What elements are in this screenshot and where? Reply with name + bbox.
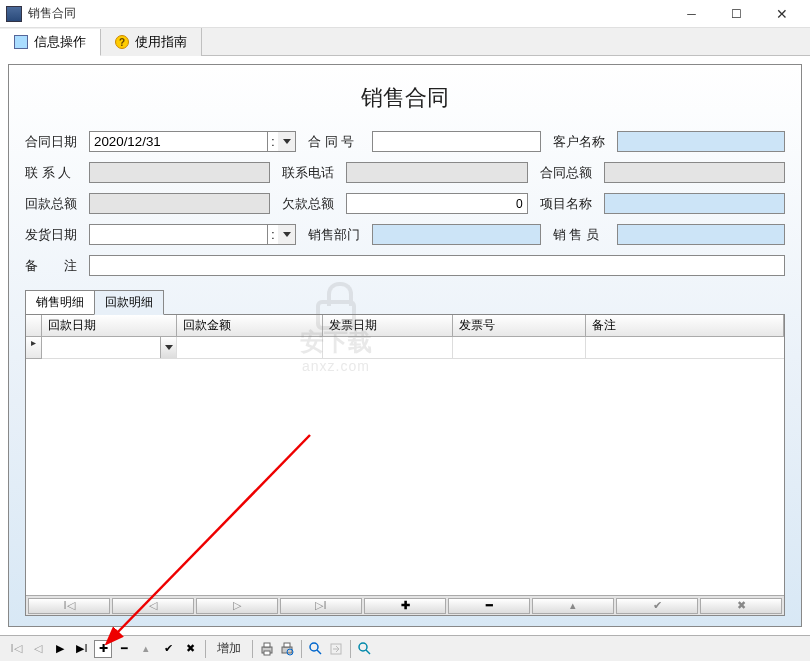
app-icon: [6, 6, 22, 22]
svg-line-10: [366, 650, 370, 654]
maximize-button[interactable]: ☐: [714, 3, 759, 25]
svg-point-9: [359, 643, 367, 651]
grid-nav-next[interactable]: ▷: [196, 598, 278, 614]
grid-nav-cancel[interactable]: ✖: [700, 598, 782, 614]
svg-line-7: [317, 650, 321, 654]
tb-add-button[interactable]: ✚: [94, 640, 112, 658]
tb-edit-icon[interactable]: ▴: [136, 639, 156, 659]
grid-nav-delete[interactable]: ━: [448, 598, 530, 614]
customer-name-input[interactable]: [617, 131, 786, 152]
tab-info[interactable]: 信息操作: [0, 29, 101, 56]
grid-row[interactable]: [26, 337, 784, 359]
salesperson-input[interactable]: [617, 224, 786, 245]
tab-info-label: 信息操作: [34, 33, 86, 51]
row-indicator-icon: [26, 337, 42, 359]
subtab-sales-detail[interactable]: 销售明细: [25, 290, 95, 315]
grid-col-remark[interactable]: 备注: [586, 315, 784, 337]
toolbar-separator: [252, 640, 253, 658]
project-name-input[interactable]: [604, 193, 785, 214]
tb-last-icon[interactable]: ▶I: [72, 639, 92, 659]
cell-repay-date[interactable]: [42, 337, 177, 359]
search-icon[interactable]: [307, 640, 325, 658]
detail-subtabs: 销售明细 回款明细: [25, 290, 785, 315]
svg-rect-1: [264, 643, 270, 647]
contract-no-label: 合 同 号: [308, 133, 372, 151]
contract-total-input[interactable]: [604, 162, 785, 183]
find-icon[interactable]: [356, 640, 374, 658]
content-area: 销售合同 合同日期 : 合 同 号 客户名称 联: [0, 56, 810, 635]
contract-total-label: 合同总额: [540, 164, 604, 182]
grid-nav-first[interactable]: I◁: [28, 598, 110, 614]
grid-navigator: I◁ ◁ ▷ ▷I ✚ ━ ▴ ✔ ✖: [26, 595, 784, 615]
svg-rect-2: [264, 651, 270, 655]
customer-name-label: 客户名称: [553, 133, 617, 151]
remark-label: 备 注: [25, 257, 89, 275]
grid-nav-prev[interactable]: ◁: [112, 598, 194, 614]
grid-col-invoice-no[interactable]: 发票号: [453, 315, 586, 337]
tb-post-icon[interactable]: ✔: [158, 639, 178, 659]
window-title: 销售合同: [28, 5, 669, 22]
cell-date-dropdown[interactable]: [160, 337, 176, 358]
tb-prev-icon[interactable]: ◁: [28, 639, 48, 659]
repay-total-input[interactable]: [89, 193, 270, 214]
tb-delete-button[interactable]: ━: [114, 639, 134, 659]
print-icon[interactable]: [258, 640, 276, 658]
detail-grid: 回款日期 回款金额 发票日期 发票号 备注: [25, 314, 785, 616]
svg-point-6: [310, 643, 318, 651]
project-name-label: 项目名称: [540, 195, 604, 213]
grid-col-repay-amount[interactable]: 回款金额: [177, 315, 323, 337]
repay-total-label: 回款总额: [25, 195, 89, 213]
tb-add-label[interactable]: 增加: [217, 640, 241, 657]
toolbar-separator: [350, 640, 351, 658]
phone-label: 联系电话: [282, 164, 346, 182]
minimize-button[interactable]: ─: [669, 3, 714, 25]
tab-guide-label: 使用指南: [135, 33, 187, 51]
main-panel: 销售合同 合同日期 : 合 同 号 客户名称 联: [8, 64, 802, 627]
contact-label: 联 系 人: [25, 164, 89, 182]
tb-next-icon[interactable]: ▶: [50, 639, 70, 659]
main-tabstrip: 信息操作 ? 使用指南: [0, 28, 810, 56]
cell-remark[interactable]: [586, 337, 784, 359]
toolbar-separator: [301, 640, 302, 658]
remark-input[interactable]: [89, 255, 785, 276]
title-bar: 销售合同 ─ ☐ ✕: [0, 0, 810, 28]
tab-guide[interactable]: ? 使用指南: [101, 28, 202, 56]
debt-total-label: 欠款总额: [282, 195, 346, 213]
grid-col-repay-date[interactable]: 回款日期: [42, 315, 177, 337]
grid-col-invoice-date[interactable]: 发票日期: [323, 315, 453, 337]
grid-nav-add[interactable]: ✚: [364, 598, 446, 614]
ship-date-input[interactable]: [89, 224, 268, 245]
toolbar-separator: [205, 640, 206, 658]
svg-rect-4: [284, 643, 290, 647]
grid-body[interactable]: [26, 337, 784, 595]
export-icon[interactable]: [327, 640, 345, 658]
cell-repay-amount[interactable]: [177, 337, 323, 359]
contract-date-dropdown[interactable]: [278, 131, 296, 152]
sales-dept-label: 销售部门: [308, 226, 372, 244]
page-title: 销售合同: [25, 83, 785, 113]
grid-nav-post[interactable]: ✔: [616, 598, 698, 614]
bottom-toolbar: I◁ ◁ ▶ ▶I ✚ ━ ▴ ✔ ✖ 增加: [0, 635, 810, 661]
ship-date-dropdown[interactable]: [278, 224, 296, 245]
phone-input[interactable]: [346, 162, 527, 183]
cell-invoice-no[interactable]: [453, 337, 586, 359]
grid-nav-last[interactable]: ▷I: [280, 598, 362, 614]
contract-date-label: 合同日期: [25, 133, 89, 151]
contract-date-input[interactable]: [89, 131, 268, 152]
contact-input[interactable]: [89, 162, 270, 183]
ship-date-label: 发货日期: [25, 226, 89, 244]
tb-cancel-icon[interactable]: ✖: [180, 639, 200, 659]
subtab-repay-detail[interactable]: 回款明细: [94, 290, 164, 315]
contract-no-input[interactable]: [372, 131, 541, 152]
info-icon: [14, 35, 28, 49]
grid-nav-edit[interactable]: ▴: [532, 598, 614, 614]
cell-invoice-date[interactable]: [323, 337, 453, 359]
sales-dept-input[interactable]: [372, 224, 541, 245]
print-preview-icon[interactable]: [278, 640, 296, 658]
close-button[interactable]: ✕: [759, 3, 804, 25]
grid-row-header: [26, 315, 42, 337]
salesperson-label: 销 售 员: [553, 226, 617, 244]
help-icon: ?: [115, 35, 129, 49]
tb-first-icon[interactable]: I◁: [6, 639, 26, 659]
debt-total-input[interactable]: [346, 193, 527, 214]
